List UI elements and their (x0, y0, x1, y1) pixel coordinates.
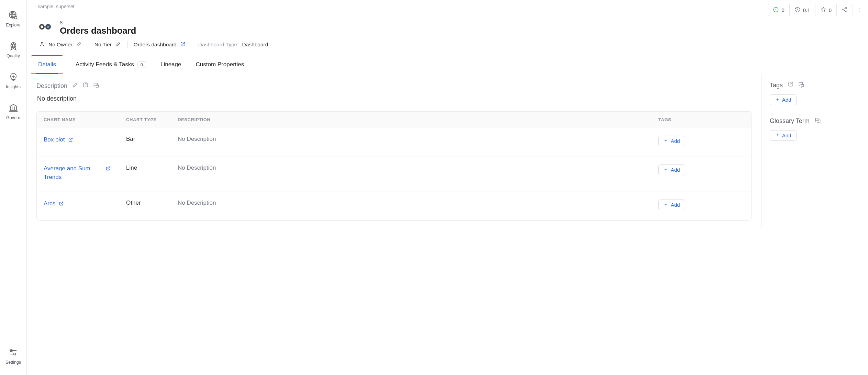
table-row: Average and Sum Trends Line No Descripti… (37, 157, 751, 192)
add-tag-button[interactable]: Add (658, 200, 685, 210)
section-title-tags: Tags (770, 82, 783, 89)
help-icon[interactable] (82, 82, 89, 90)
bulb-icon (8, 71, 19, 82)
dash-type-label: Dashboard Type: (198, 42, 239, 48)
tab-lineage[interactable]: Lineage (158, 56, 183, 73)
table-header-name: CHART NAME (44, 117, 126, 122)
tier-label: No Tier (94, 42, 112, 48)
svg-point-13 (859, 11, 859, 12)
svg-point-17 (47, 25, 49, 28)
metric-time[interactable]: 0.1 (790, 4, 815, 16)
dashboard-external-link[interactable]: Orders dashboard (134, 41, 186, 48)
target-icon (773, 7, 779, 14)
chart-link[interactable]: Average and Sum Trends (44, 164, 102, 181)
left-sidebar: Explore Quality Insights Govern Setting (0, 0, 27, 375)
chart-type-cell: Other (126, 200, 178, 206)
chart-desc-cell: No Description (178, 136, 658, 143)
comments-icon[interactable] (814, 117, 821, 125)
comments-icon[interactable] (798, 81, 805, 90)
activity-count-badge: 0 (137, 61, 146, 68)
sidebar-item-label: Govern (6, 115, 20, 120)
ribbon-star-icon (8, 41, 19, 52)
external-link-icon (180, 41, 186, 48)
svg-point-7 (776, 9, 776, 10)
sidebar-item-label: Explore (6, 23, 20, 27)
add-glossary-button[interactable]: Add (770, 130, 797, 141)
breadcrumb[interactable]: sample_superset (38, 4, 75, 9)
chart-link[interactable]: Arcs (44, 200, 55, 208)
metric-status[interactable]: 0 (768, 4, 789, 16)
chart-table: CHART NAME CHART TYPE DESCRIPTION TAGS B… (36, 111, 752, 221)
chart-type-cell: Bar (126, 136, 178, 143)
page-title: Orders dashboard (60, 25, 136, 36)
sidebar-item-explore[interactable]: Explore (6, 10, 20, 27)
sidebar-item-quality[interactable]: Quality (7, 41, 20, 58)
external-link-icon[interactable] (68, 137, 73, 144)
table-row: Arcs Other No Description Add (37, 192, 751, 220)
external-link-icon[interactable] (59, 201, 64, 208)
share-button[interactable] (837, 4, 853, 16)
history-icon (794, 7, 801, 14)
help-icon[interactable] (788, 81, 794, 90)
sliders-icon (8, 347, 19, 358)
add-tag-button[interactable]: Add (658, 164, 685, 175)
entity-id: 8 (60, 20, 136, 25)
star-icon (820, 7, 826, 14)
tabs: Details Activity Feeds & Tasks 0 Lineage… (27, 55, 868, 74)
govern-icon (8, 102, 19, 113)
plus-icon (664, 202, 668, 208)
svg-point-11 (859, 8, 859, 9)
chart-desc-cell: No Description (178, 164, 658, 171)
svg-point-18 (41, 42, 43, 44)
chart-link[interactable]: Box plot (44, 136, 65, 144)
sidebar-item-label: Settings (5, 360, 21, 365)
plus-icon (664, 167, 668, 173)
table-header-type: CHART TYPE (126, 117, 178, 122)
kebab-menu[interactable] (855, 7, 863, 13)
person-icon (39, 41, 45, 48)
sidebar-item-insights[interactable]: Insights (6, 71, 21, 89)
svg-point-15 (41, 25, 43, 28)
tab-details[interactable]: Details (36, 56, 58, 73)
main-content: sample_superset 0 0.1 0 (27, 0, 868, 375)
sidebar-item-settings[interactable]: Settings (5, 347, 21, 365)
chart-desc-cell: No Description (178, 200, 658, 206)
table-row: Box plot Bar No Description Add (37, 128, 751, 157)
svg-point-12 (859, 10, 859, 10)
plus-icon (664, 138, 668, 144)
sidebar-item-govern[interactable]: Govern (6, 102, 20, 120)
tab-custom-properties[interactable]: Custom Properties (193, 56, 246, 73)
edit-description-button[interactable] (72, 82, 78, 90)
plus-icon (775, 97, 780, 103)
no-description-text: No description (37, 95, 751, 102)
edit-owner-button[interactable] (76, 41, 82, 48)
external-link-icon[interactable] (105, 166, 111, 173)
top-metrics: 0 0.1 0 (768, 4, 853, 16)
tab-activity[interactable]: Activity Feeds & Tasks 0 (74, 56, 148, 73)
comments-icon[interactable] (93, 82, 100, 90)
section-title-glossary: Glossary Term (770, 117, 810, 125)
owner-label: No Owner (48, 42, 73, 48)
add-tag-button[interactable]: Add (770, 94, 797, 105)
add-tag-button[interactable]: Add (658, 136, 685, 146)
chart-type-cell: Line (126, 164, 178, 171)
edit-tier-button[interactable] (115, 41, 121, 48)
table-header-desc: DESCRIPTION (178, 117, 658, 122)
infinity-logo (38, 22, 54, 34)
dash-type-value: Dashboard (242, 42, 268, 48)
sidebar-item-label: Quality (7, 54, 20, 58)
sidebar-item-label: Insights (6, 84, 21, 89)
globe-search-icon (8, 10, 19, 21)
share-icon (842, 7, 848, 14)
plus-icon (775, 133, 780, 138)
metric-star[interactable]: 0 (815, 4, 837, 16)
table-header-tags: TAGS (658, 117, 744, 122)
section-title-description: Description (36, 82, 67, 90)
